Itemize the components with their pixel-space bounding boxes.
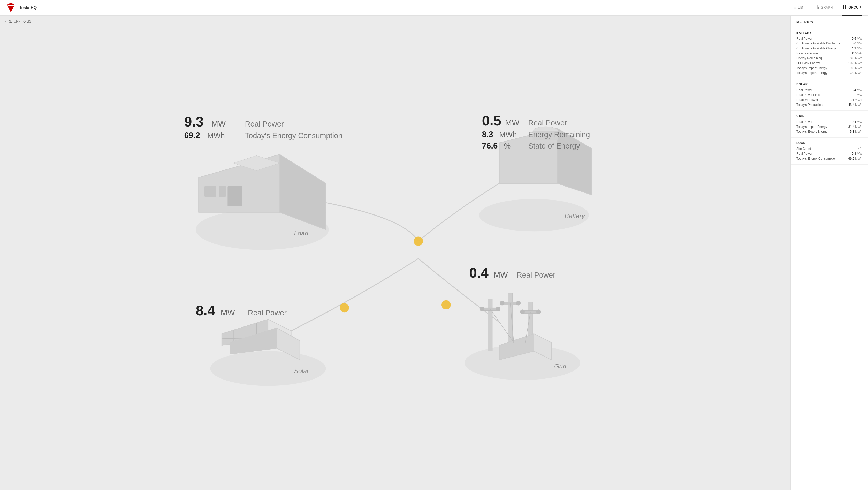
diagram-panel: ‹ RETURN TO LIST bbox=[0, 16, 790, 490]
header: Tesla HQ ≡ LIST GRAPH GROUP bbox=[0, 0, 868, 16]
svg-rect-7 bbox=[77, 16, 713, 490]
solar-row-reactive-power: Reactive Power -0.4MVAr bbox=[797, 98, 862, 102]
battery-row-import: Today's Import Energy 9.3MWh bbox=[797, 66, 862, 70]
battery-cont-charge-value: 4.3MW bbox=[852, 47, 862, 50]
svg-rect-6 bbox=[845, 7, 846, 8]
svg-point-46 bbox=[520, 310, 525, 314]
svg-rect-18 bbox=[219, 186, 226, 197]
page-title: Tesla HQ bbox=[19, 5, 793, 10]
solar-production-label: Today's Production bbox=[797, 103, 823, 107]
solar-label1: Real Power bbox=[248, 309, 287, 317]
tab-group-label: GROUP bbox=[848, 5, 861, 9]
solar-real-power-limit-label: Real Power Limit bbox=[797, 93, 820, 97]
svg-rect-2 bbox=[818, 7, 818, 8]
grid-node-label: Grid bbox=[554, 363, 567, 370]
tab-list[interactable]: ≡ LIST bbox=[793, 0, 806, 16]
svg-rect-3 bbox=[843, 5, 844, 7]
tab-list-label: LIST bbox=[798, 5, 805, 9]
load-row-real-power: Real Power 9.3MW bbox=[797, 152, 862, 155]
battery-unit3: % bbox=[504, 142, 510, 150]
tab-graph[interactable]: GRAPH bbox=[814, 0, 834, 16]
solar-row-real-power-limit: Real Power Limit ---MW bbox=[797, 93, 862, 97]
load-unit2: MWh bbox=[207, 132, 225, 140]
back-link[interactable]: ‹ RETURN TO LIST bbox=[5, 20, 33, 23]
battery-unit2: MWh bbox=[499, 131, 517, 139]
grid-row-export: Today's Export Energy 5.3MWh bbox=[797, 130, 862, 134]
battery-cont-discharge-value: 5.6MW bbox=[852, 42, 862, 45]
svg-point-42 bbox=[480, 307, 485, 311]
svg-point-43 bbox=[496, 307, 500, 311]
solar-row-real-power: Real Power 8.4MW bbox=[797, 88, 862, 92]
solar-production-value: 48.4MWh bbox=[848, 103, 862, 107]
battery-section-title: BATTERY bbox=[797, 31, 862, 34]
grid-export-label: Today's Export Energy bbox=[797, 130, 828, 134]
load-label2: Today's Energy Consumption bbox=[245, 132, 342, 140]
svg-rect-17 bbox=[205, 186, 216, 197]
battery-label1: Real Power bbox=[528, 119, 567, 127]
solar-unit: MW bbox=[221, 308, 235, 317]
battery-row-export: Today's Export Energy 3.9MWh bbox=[797, 71, 862, 75]
grid-unit: MW bbox=[493, 270, 508, 280]
solar-section-title: SOLAR bbox=[797, 83, 862, 86]
svg-rect-36 bbox=[488, 299, 492, 351]
battery-reactive-power-value: 0MVAr bbox=[852, 52, 862, 55]
load-energy-consumption-value: 69.2MWh bbox=[848, 157, 862, 161]
solar-reactive-power-label: Reactive Power bbox=[797, 98, 818, 102]
battery-value3: 76.6 bbox=[482, 141, 498, 150]
load-label1: Real Power bbox=[245, 120, 284, 128]
load-section-title: LOAD bbox=[797, 141, 862, 144]
solar-real-power-label: Real Power bbox=[797, 88, 812, 92]
nav-tabs: ≡ LIST GRAPH GROUP bbox=[793, 0, 862, 16]
load-site-count-label: Site Count bbox=[797, 147, 811, 150]
battery-row-full-pack: Full Pack Energy 10.8MWh bbox=[797, 61, 862, 65]
grid-section-title: GRID bbox=[797, 114, 862, 117]
load-real-power-value: 9.3MW bbox=[852, 152, 862, 155]
solar-row-production: Today's Production 48.4MWh bbox=[797, 103, 862, 107]
grid-label1: Real Power bbox=[517, 271, 556, 279]
svg-point-44 bbox=[500, 301, 504, 306]
chevron-left-icon: ‹ bbox=[5, 20, 6, 23]
battery-value2: 8.3 bbox=[482, 130, 493, 139]
tesla-logo bbox=[6, 3, 16, 12]
battery-full-pack-value: 10.8MWh bbox=[848, 61, 862, 65]
tab-graph-label: GRAPH bbox=[821, 5, 833, 9]
solar-real-power-limit-value: ---MW bbox=[853, 93, 862, 97]
battery-import-label: Today's Import Energy bbox=[797, 66, 827, 70]
tab-group[interactable]: GROUP bbox=[842, 0, 862, 16]
back-link-label: RETURN TO LIST bbox=[8, 20, 33, 23]
load-unit: MW bbox=[212, 119, 226, 128]
solar-real-power-value: 8.4MW bbox=[852, 88, 862, 92]
load-energy-consumption-label: Today's Energy Consumption bbox=[797, 157, 837, 161]
battery-energy-remaining-value: 8.3MWh bbox=[850, 56, 862, 60]
grid-value: 0.4 bbox=[469, 265, 489, 281]
grid-import-label: Today's Import Energy bbox=[797, 125, 827, 128]
svg-point-8 bbox=[414, 236, 423, 246]
load-value2: 69.2 bbox=[184, 131, 200, 140]
grid-row-real-power: Real Power 0.4MW bbox=[797, 120, 862, 124]
metrics-panel: METRICS BATTERY Real Power 0.5MW Continu… bbox=[790, 16, 868, 490]
battery-row-reactive-power: Reactive Power 0MVAr bbox=[797, 52, 862, 55]
battery-import-value: 9.3MWh bbox=[850, 66, 862, 70]
svg-rect-0 bbox=[815, 6, 816, 8]
metrics-section-battery: BATTERY Real Power 0.5MW Continuous Avai… bbox=[791, 27, 868, 79]
grid-real-power-label: Real Power bbox=[797, 120, 812, 124]
svg-point-45 bbox=[516, 301, 521, 306]
load-row-site-count: Site Count 41 bbox=[797, 147, 862, 150]
metrics-section-load: LOAD Site Count 41 Real Power 9.3MW Toda… bbox=[791, 138, 868, 165]
graph-icon bbox=[815, 5, 819, 9]
solar-value: 8.4 bbox=[196, 303, 215, 318]
load-value: 9.3 bbox=[184, 114, 204, 129]
battery-node-label: Battery bbox=[564, 212, 585, 220]
metrics-section-solar: SOLAR Real Power 8.4MW Real Power Limit … bbox=[791, 79, 868, 111]
battery-row-real-power: Real Power 0.5MW bbox=[797, 37, 862, 40]
battery-cont-charge-label: Continuous Available Charge bbox=[797, 47, 836, 50]
battery-label2: Energy Remaining bbox=[528, 131, 590, 139]
battery-export-label: Today's Export Energy bbox=[797, 71, 828, 75]
list-icon: ≡ bbox=[794, 5, 796, 9]
grid-real-power-value: 0.4MW bbox=[852, 120, 862, 124]
battery-unit: MW bbox=[505, 118, 520, 127]
load-real-power-label: Real Power bbox=[797, 152, 812, 155]
load-site-count-value: 41 bbox=[858, 147, 862, 150]
svg-rect-16 bbox=[227, 186, 242, 206]
battery-reactive-power-label: Reactive Power bbox=[797, 52, 818, 55]
